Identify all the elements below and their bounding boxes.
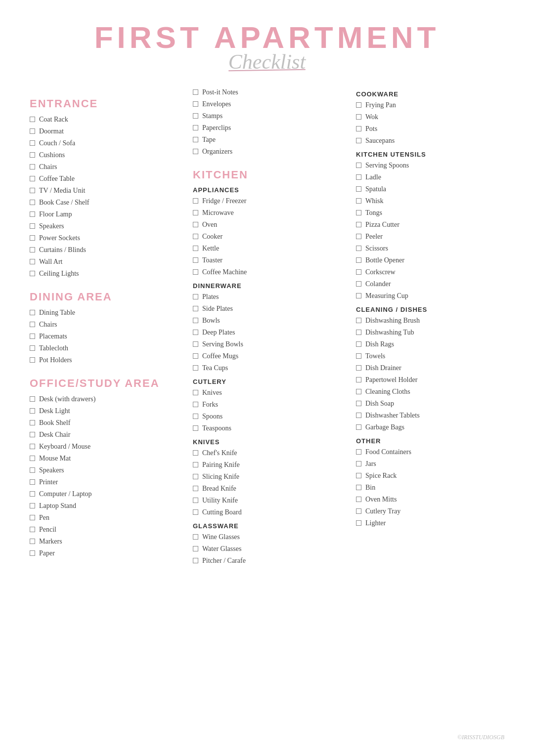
list-item[interactable]: Ladle — [356, 172, 504, 182]
checkbox[interactable] — [356, 102, 361, 108]
list-item[interactable]: Water Glasses — [193, 544, 341, 554]
checkbox[interactable] — [30, 479, 35, 485]
list-item[interactable]: Dish Soap — [356, 398, 504, 409]
list-item[interactable]: Laptop Stand — [30, 501, 178, 511]
checkbox[interactable] — [30, 259, 35, 264]
checkbox[interactable] — [193, 101, 198, 107]
list-item[interactable]: Deep Plates — [193, 327, 341, 337]
list-item[interactable]: Mouse Mat — [30, 453, 178, 463]
list-item[interactable]: Chairs — [30, 319, 178, 330]
checkbox[interactable] — [30, 408, 35, 414]
checkbox[interactable] — [356, 485, 361, 490]
list-item[interactable]: Scissors — [356, 243, 504, 253]
list-item[interactable]: Dishwashing Brush — [356, 315, 504, 326]
checkbox[interactable] — [356, 461, 361, 466]
list-item[interactable]: Speakers — [30, 221, 178, 231]
checkbox[interactable] — [193, 509, 198, 515]
checkbox[interactable] — [356, 341, 361, 347]
checkbox[interactable] — [193, 341, 198, 347]
checkbox[interactable] — [356, 330, 361, 335]
list-item[interactable]: Chef's Knife — [193, 448, 341, 458]
list-item[interactable]: Markers — [30, 536, 178, 546]
checkbox[interactable] — [193, 474, 198, 479]
list-item[interactable]: Serving Spoons — [356, 160, 504, 170]
checkbox[interactable] — [193, 450, 198, 456]
list-item[interactable]: Measuring Cup — [356, 291, 504, 301]
list-item[interactable]: Pencil — [30, 524, 178, 535]
list-item[interactable]: TV / Media Unit — [30, 185, 178, 196]
list-item[interactable]: Wall Art — [30, 256, 178, 267]
checkbox[interactable] — [193, 330, 198, 335]
checkbox[interactable] — [193, 365, 198, 371]
list-item[interactable]: Tea Cups — [193, 363, 341, 373]
list-item[interactable]: Lighter — [356, 518, 504, 528]
checkbox[interactable] — [356, 138, 361, 143]
list-item[interactable]: Whisk — [356, 196, 504, 206]
list-item[interactable]: Cleaning Cloths — [356, 386, 504, 397]
list-item[interactable]: Couch / Sofa — [30, 138, 178, 148]
list-item[interactable]: Microwave — [193, 208, 341, 218]
checkbox[interactable] — [356, 497, 361, 502]
checkbox[interactable] — [193, 234, 198, 239]
checkbox[interactable] — [356, 413, 361, 418]
list-item[interactable]: Serving Bowls — [193, 339, 341, 349]
checkbox[interactable] — [30, 503, 35, 508]
checkbox[interactable] — [193, 390, 198, 395]
checkbox[interactable] — [30, 310, 35, 315]
list-item[interactable]: Paperclips — [193, 123, 341, 133]
list-item[interactable]: Towels — [356, 351, 504, 361]
checkbox[interactable] — [30, 247, 35, 252]
list-item[interactable]: Bread Knife — [193, 483, 341, 494]
list-item[interactable]: Organizers — [193, 146, 341, 157]
list-item[interactable]: Spoons — [193, 411, 341, 421]
checkbox[interactable] — [193, 257, 198, 263]
checkbox[interactable] — [30, 396, 35, 402]
list-item[interactable]: Placemats — [30, 331, 178, 341]
checkbox[interactable] — [356, 401, 361, 406]
checkbox[interactable] — [356, 246, 361, 251]
checkbox[interactable] — [356, 293, 361, 298]
list-item[interactable]: Jars — [356, 459, 504, 469]
checkbox[interactable] — [356, 222, 361, 227]
list-item[interactable]: Keyboard / Mouse — [30, 441, 178, 452]
checkbox[interactable] — [193, 402, 198, 407]
list-item[interactable]: Bin — [356, 482, 504, 493]
checkbox[interactable] — [30, 211, 35, 217]
list-item[interactable]: Pairing Knife — [193, 460, 341, 470]
checkbox[interactable] — [356, 473, 361, 478]
list-item[interactable]: Spice Rack — [356, 470, 504, 481]
list-item[interactable]: Saucepans — [356, 135, 504, 146]
checkbox[interactable] — [193, 89, 198, 95]
checkbox[interactable] — [193, 462, 198, 467]
checkbox[interactable] — [30, 527, 35, 532]
list-item[interactable]: Dish Drainer — [356, 363, 504, 373]
list-item[interactable]: Kettle — [193, 243, 341, 253]
list-item[interactable]: Computer / Laptop — [30, 489, 178, 499]
checkbox[interactable] — [356, 424, 361, 430]
checkbox[interactable] — [193, 198, 198, 204]
checkbox[interactable] — [30, 200, 35, 205]
checkbox[interactable] — [193, 486, 198, 491]
list-item[interactable]: Cutlery Tray — [356, 506, 504, 516]
list-item[interactable]: Curtains / Blinds — [30, 245, 178, 255]
checkbox[interactable] — [193, 113, 198, 119]
checkbox[interactable] — [193, 414, 198, 419]
checkbox[interactable] — [30, 164, 35, 169]
checkbox[interactable] — [356, 377, 361, 382]
checkbox[interactable] — [30, 467, 35, 473]
checkbox[interactable] — [30, 456, 35, 461]
checkbox[interactable] — [356, 198, 361, 204]
checkbox[interactable] — [193, 498, 198, 503]
checkbox[interactable] — [30, 176, 35, 181]
checkbox[interactable] — [356, 269, 361, 275]
list-item[interactable]: Coffee Machine — [193, 267, 341, 277]
checkbox[interactable] — [30, 188, 35, 193]
list-item[interactable]: Peeler — [356, 231, 504, 242]
list-item[interactable]: Wine Glasses — [193, 532, 341, 542]
checkbox[interactable] — [193, 306, 198, 311]
checkbox[interactable] — [30, 420, 35, 425]
list-item[interactable]: Chairs — [30, 162, 178, 172]
list-item[interactable]: Dishwasher Tablets — [356, 410, 504, 420]
checkbox[interactable] — [193, 425, 198, 431]
checkbox[interactable] — [30, 515, 35, 520]
